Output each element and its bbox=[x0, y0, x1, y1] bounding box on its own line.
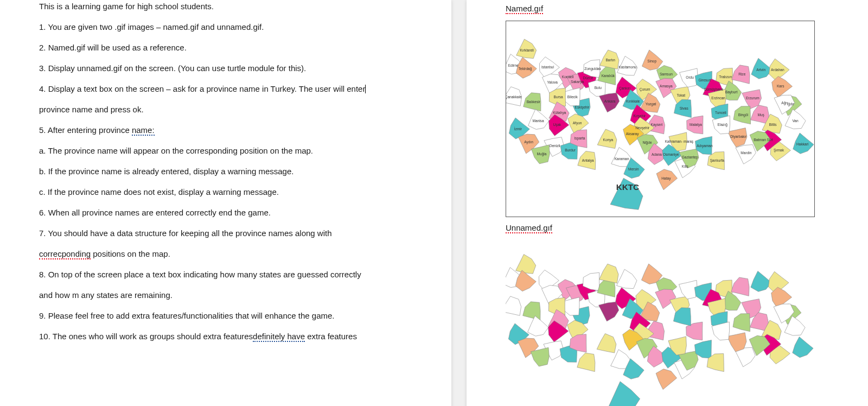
svg-text:Bursa: Bursa bbox=[554, 95, 563, 99]
svg-text:Gaziantep: Gaziantep bbox=[682, 155, 698, 160]
line-8b: and how m any states are remaining. bbox=[39, 289, 412, 302]
unnamed-map bbox=[506, 240, 814, 406]
svg-text:Kastamonu: Kastamonu bbox=[618, 65, 636, 69]
svg-text:Ordu: Ordu bbox=[686, 75, 694, 79]
line-2: 2. Named.gif will be used as a reference… bbox=[39, 41, 412, 54]
svg-text:Gümüşhane: Gümüşhane bbox=[704, 87, 723, 92]
svg-text:Rize: Rize bbox=[738, 72, 745, 76]
svg-text:Ağrı: Ağrı bbox=[781, 101, 788, 105]
svg-text:Iğdır: Iğdır bbox=[787, 102, 795, 106]
svg-text:Mardin: Mardin bbox=[741, 151, 751, 155]
svg-text:Aksaray: Aksaray bbox=[626, 132, 639, 136]
svg-text:Tunceli: Tunceli bbox=[715, 111, 726, 115]
kktc-label: KKTC bbox=[616, 182, 639, 192]
svg-text:Tekirdağ: Tekirdağ bbox=[519, 67, 532, 71]
svg-text:Afyon: Afyon bbox=[573, 121, 582, 125]
svg-text:Kırıkkale: Kırıkkale bbox=[626, 99, 640, 103]
svg-text:Adıyaman: Adıyaman bbox=[697, 144, 713, 148]
svg-text:Hatay: Hatay bbox=[661, 176, 671, 181]
svg-text:Yozgat: Yozgat bbox=[646, 102, 656, 106]
svg-text:Ankara: Ankara bbox=[604, 99, 616, 103]
svg-text:Tokat: Tokat bbox=[676, 93, 685, 97]
svg-text:Muş: Muş bbox=[758, 113, 765, 117]
svg-text:Mersin: Mersin bbox=[628, 167, 639, 171]
line-3: 3. Display unnamed.gif on the screen. (Y… bbox=[39, 62, 412, 75]
svg-text:Niğde: Niğde bbox=[642, 141, 652, 145]
svg-text:Istanbul: Istanbul bbox=[541, 65, 554, 69]
svg-text:Kocaeli: Kocaeli bbox=[562, 75, 574, 79]
line-5a: a. The province name will appear on the … bbox=[39, 144, 412, 157]
svg-text:Isparta: Isparta bbox=[574, 136, 585, 141]
svg-text:Bitlis: Bitlis bbox=[769, 123, 777, 126]
text-cursor bbox=[365, 85, 366, 94]
svg-text:Malatya: Malatya bbox=[690, 123, 702, 127]
svg-text:Yalova: Yalova bbox=[547, 80, 558, 84]
svg-text:Muğla: Muğla bbox=[537, 152, 547, 156]
line-5b: b. If the province name is already enter… bbox=[39, 165, 412, 178]
svg-text:Denizli: Denizli bbox=[550, 144, 560, 148]
workspace: This is a learning game for high school … bbox=[0, 0, 868, 406]
svg-text:Manisa: Manisa bbox=[532, 119, 544, 123]
line-4a: 4. Display a text box on the screen – as… bbox=[39, 83, 412, 96]
svg-text:Uşak: Uşak bbox=[553, 123, 561, 127]
line-6: 6. When all province names are entered c… bbox=[39, 206, 412, 219]
page-left[interactable]: This is a learning game for high school … bbox=[0, 0, 451, 406]
svg-text:Bingöl: Bingöl bbox=[738, 113, 749, 117]
svg-text:Sivas: Sivas bbox=[680, 106, 689, 110]
svg-text:Bolu: Bolu bbox=[595, 86, 602, 90]
svg-text:Bartın: Bartın bbox=[606, 58, 616, 62]
svg-text:Kars: Kars bbox=[777, 84, 784, 88]
page-right[interactable]: Named.gıf KırklareliEdirneTekirdağIstanb… bbox=[467, 0, 868, 406]
line-4b: province name and press ok. bbox=[39, 103, 412, 116]
line-8a: 8. On top of the screen place a text box… bbox=[39, 268, 412, 281]
named-map: KırklareliEdirneTekirdağIstanbulKocaeliY… bbox=[506, 21, 815, 217]
svg-text:Kayseri: Kayseri bbox=[651, 123, 663, 127]
svg-text:Bayburt: Bayburt bbox=[725, 90, 738, 94]
unnamed-map-svg bbox=[506, 240, 814, 406]
svg-text:Karabük: Karabük bbox=[602, 74, 615, 78]
svg-text:Kilis: Kilis bbox=[682, 164, 689, 168]
svg-text:Siirt: Siirt bbox=[767, 138, 773, 142]
svg-text:Çorum: Çorum bbox=[640, 87, 650, 92]
svg-text:Nevşehir: Nevşehir bbox=[635, 126, 650, 130]
line-7b: correcponding positions on the map. bbox=[39, 248, 412, 261]
line-1: 1. You are given two .gif images – named… bbox=[39, 21, 412, 34]
svg-text:Ardahan: Ardahan bbox=[771, 68, 784, 72]
svg-text:Şırnak: Şırnak bbox=[774, 148, 784, 153]
svg-text:Van: Van bbox=[792, 119, 799, 123]
svg-text:Kırklareli: Kırklareli bbox=[520, 48, 534, 52]
svg-text:Burdur: Burdur bbox=[565, 148, 576, 152]
svg-text:Edirne: Edirne bbox=[508, 64, 519, 67]
svg-text:Giresun: Giresun bbox=[698, 78, 711, 82]
svg-text:Trabzon: Trabzon bbox=[719, 75, 732, 79]
svg-text:Sakarya: Sakarya bbox=[571, 80, 584, 84]
svg-text:Düzce: Düzce bbox=[583, 76, 593, 80]
svg-text:Sinop: Sinop bbox=[647, 59, 656, 64]
svg-text:Bilecik: Bilecik bbox=[567, 95, 578, 99]
intro-line: This is a learning game for high school … bbox=[39, 0, 412, 13]
svg-text:Kırşehir: Kırşehir bbox=[633, 114, 646, 118]
line-7a: 7. You should have a data structure for … bbox=[39, 227, 412, 240]
svg-text:Kahraman- maraş: Kahraman- maraş bbox=[665, 139, 694, 144]
svg-text:Çankırı: Çankırı bbox=[619, 86, 630, 91]
svg-text:Batman: Batman bbox=[754, 138, 766, 142]
svg-text:İzmir: İzmir bbox=[514, 126, 522, 131]
svg-text:Erzincan: Erzincan bbox=[711, 96, 725, 100]
svg-text:Zonguldak: Zonguldak bbox=[584, 67, 601, 71]
svg-text:Adana: Adana bbox=[652, 153, 662, 156]
svg-text:Eskişehir: Eskişehir bbox=[575, 105, 590, 110]
svg-text:Erzurum: Erzurum bbox=[746, 96, 760, 100]
svg-text:Çanakkale: Çanakkale bbox=[506, 95, 522, 99]
line-5c: c. If the province name does not exist, … bbox=[39, 186, 412, 199]
svg-text:Şanlıurfa: Şanlıurfa bbox=[710, 158, 725, 163]
svg-text:Samsun: Samsun bbox=[660, 72, 673, 76]
svg-text:Diyarbakır: Diyarbakır bbox=[730, 135, 747, 139]
caption-named: Named.gıf bbox=[506, 2, 829, 15]
svg-text:Elazığ: Elazığ bbox=[718, 123, 728, 127]
svg-text:Amasya: Amasya bbox=[660, 84, 673, 88]
svg-text:Artvin: Artvin bbox=[756, 68, 765, 72]
caption-unnamed: Unnamed.gıf bbox=[506, 221, 829, 234]
line-9: 9. Please feel free to add extra feature… bbox=[39, 309, 412, 322]
svg-text:Hakkari: Hakkari bbox=[796, 142, 809, 146]
named-map-svg: KırklareliEdirneTekirdağIstanbulKocaeliY… bbox=[506, 21, 814, 217]
